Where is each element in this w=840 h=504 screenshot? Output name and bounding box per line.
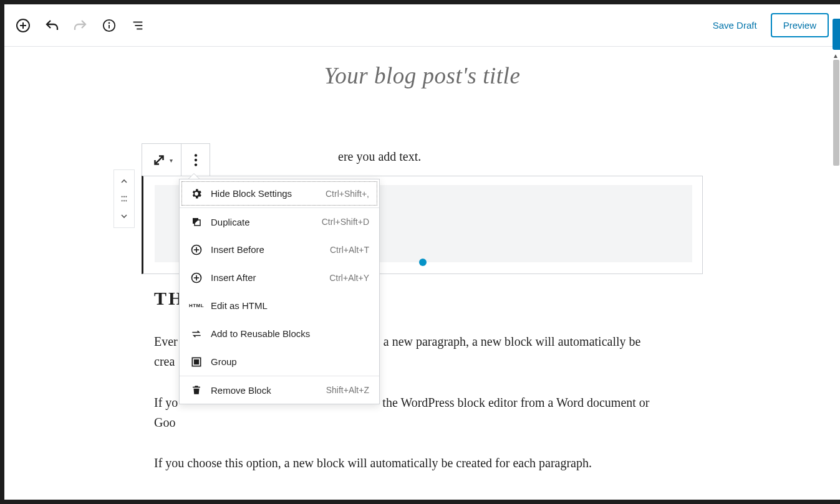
trash-icon	[190, 384, 203, 396]
menu-item-label: Insert Before	[211, 244, 322, 255]
menu-item-label: Remove Block	[211, 385, 319, 396]
menu-item-remove-block[interactable]: Remove Block Shift+Alt+Z	[180, 376, 379, 404]
menu-item-label: Duplicate	[211, 217, 314, 227]
outline-button[interactable]	[130, 18, 145, 33]
svg-point-12	[122, 196, 123, 197]
menu-item-insert-after[interactable]: Insert After Ctrl+Alt+Y	[180, 264, 379, 292]
menu-item-edit-as-html[interactable]: HTML Edit as HTML	[180, 292, 379, 320]
more-options-button[interactable]	[181, 144, 210, 176]
move-down-button[interactable]	[119, 207, 129, 225]
duplicate-icon	[190, 216, 203, 227]
menu-shortcut: Ctrl+Alt+T	[330, 245, 369, 255]
menu-shortcut: Shift+Alt+Z	[326, 385, 369, 395]
chevron-down-icon: ▾	[170, 157, 173, 164]
para-text: crea	[154, 354, 175, 368]
svg-point-9	[194, 154, 196, 156]
paragraph-3: If you choose this option, a new block w…	[154, 453, 690, 473]
menu-item-group[interactable]: Group	[180, 348, 379, 376]
svg-point-16	[123, 200, 125, 201]
insert-after-icon	[190, 272, 203, 284]
block-type-switcher[interactable]: ▾	[142, 144, 181, 176]
drag-handle[interactable]	[119, 190, 129, 207]
redo-button[interactable]	[73, 18, 88, 33]
para-text: Goo	[154, 416, 175, 429]
menu-item-label: Group	[211, 356, 362, 367]
post-title-input[interactable]: Your blog post's title	[142, 62, 703, 89]
svg-point-10	[194, 159, 196, 161]
svg-rect-26	[195, 359, 199, 364]
menu-item-duplicate[interactable]: Duplicate Ctrl+Shift+D	[180, 207, 379, 235]
block-options-menu: Hide Block Settings Ctrl+Shift+, Duplica…	[179, 179, 380, 404]
menu-shortcut: Ctrl+Shift+D	[322, 217, 369, 227]
block-movers	[113, 169, 135, 228]
menu-item-label: Insert After	[211, 272, 322, 283]
menu-item-insert-before[interactable]: Insert Before Ctrl+Alt+T	[180, 235, 379, 264]
svg-point-11	[194, 163, 196, 166]
editor-top-toolbar: Save Draft Preview	[4, 4, 840, 47]
svg-point-14	[125, 196, 127, 197]
move-up-button[interactable]	[119, 173, 129, 190]
save-draft-button[interactable]: Save Draft	[713, 20, 757, 31]
insert-before-icon	[190, 244, 203, 256]
menu-item-add-reusable[interactable]: Add to Reusable Blocks	[180, 320, 379, 348]
reusable-icon	[190, 328, 203, 340]
menu-item-hide-block-settings[interactable]: Hide Block Settings Ctrl+Shift+,	[180, 179, 379, 207]
menu-item-label: Edit as HTML	[211, 300, 362, 311]
para-text: a new paragraph, a new block will automa…	[384, 335, 641, 348]
editor-canvas: ▲ Your blog post's title ere you add tex…	[4, 51, 840, 500]
group-icon	[190, 356, 203, 368]
svg-point-13	[123, 196, 125, 197]
undo-button[interactable]	[44, 18, 59, 33]
para-text: Ever	[154, 335, 178, 348]
menu-item-label: Hide Block Settings	[211, 188, 318, 199]
svg-point-15	[122, 200, 123, 201]
para-text: If yo	[154, 396, 178, 409]
gear-icon	[190, 188, 203, 200]
preview-button[interactable]: Preview	[771, 13, 829, 37]
html-icon: HTML	[190, 303, 203, 308]
menu-shortcut: Ctrl+Alt+Y	[329, 273, 369, 283]
block-toolbar: ▾	[142, 143, 210, 177]
publish-button-sliver[interactable]	[833, 19, 840, 50]
scrollbar-up-arrow[interactable]: ▲	[831, 51, 840, 60]
para-text: the WordPress block editor from a Word d…	[382, 396, 649, 409]
paragraph-text-fragment: ere you add text.	[338, 150, 421, 164]
scrollbar-thumb[interactable]	[833, 60, 839, 166]
info-button[interactable]	[102, 18, 117, 33]
svg-point-17	[125, 200, 127, 201]
menu-shortcut: Ctrl+Shift+,	[326, 189, 369, 199]
menu-item-label: Add to Reusable Blocks	[211, 328, 362, 339]
spacer-resize-handle[interactable]	[419, 259, 427, 266]
svg-point-5	[109, 22, 110, 23]
add-block-button[interactable]	[16, 18, 31, 33]
